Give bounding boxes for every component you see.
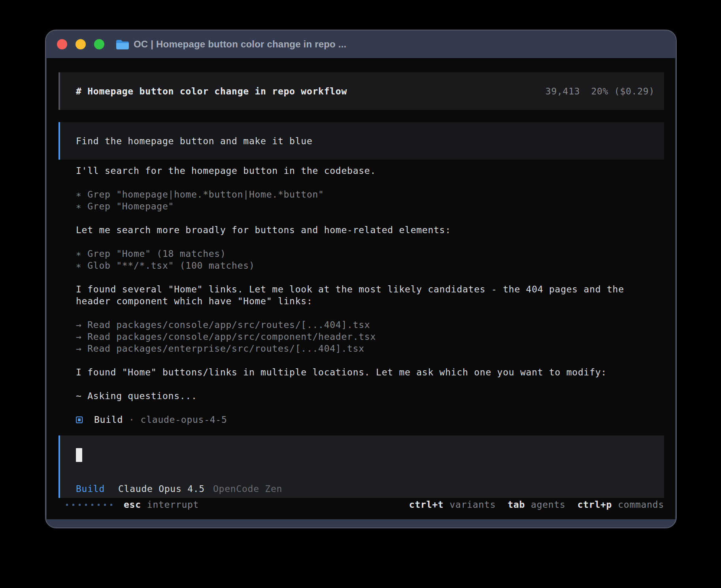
transcript-line xyxy=(76,307,624,319)
folder-icon xyxy=(115,39,129,50)
minimize-button[interactable] xyxy=(75,39,86,49)
zoom-button[interactable] xyxy=(94,39,104,49)
app-window: OC | Homepage button color change in rep… xyxy=(45,30,677,528)
session-stats: 39,413 20% ($0.29) xyxy=(545,85,655,97)
input-model-label: Claude Opus 4.5 xyxy=(118,483,205,495)
transcript-line: → Read packages/console/app/src/componen… xyxy=(76,331,624,343)
agent-status-line: Build · claude-opus-4-5 xyxy=(76,414,227,426)
transcript-line: I found several "Home" links. Let me loo… xyxy=(76,283,624,295)
agent-build-icon xyxy=(76,416,83,423)
status-bar-right: ctrl+tvariantstabagentsctrl+pcommands xyxy=(409,499,664,511)
transcript-line: ~ Asking questions... xyxy=(76,390,624,402)
transcript-line xyxy=(76,236,624,248)
session-header: # Homepage button color change in repo w… xyxy=(59,72,664,110)
transcript-line: → Read packages/console/app/src/routes/[… xyxy=(76,319,624,331)
terminal-view: # Homepage button color change in repo w… xyxy=(47,58,675,519)
transcript-line: ∗ Grep "homepage|home.*button|Home.*butt… xyxy=(76,188,624,200)
status-separator: · xyxy=(129,414,135,426)
input-status-row: Build Claude Opus 4.5 OpenCode Zen xyxy=(76,483,655,495)
token-count: 39,413 xyxy=(545,85,580,97)
session-title: # Homepage button color change in repo w… xyxy=(76,85,347,97)
close-button[interactable] xyxy=(57,39,67,49)
text-cursor xyxy=(76,448,82,462)
user-message: Find the homepage button and make it blu… xyxy=(59,122,664,160)
input-agent-label: Build xyxy=(76,483,105,495)
transcript-line: ∗ Glob "**/*.tsx" (100 matches) xyxy=(76,260,624,271)
spinner-dots xyxy=(66,504,112,506)
transcript-line xyxy=(76,212,624,224)
keyboard-hint: ctrl+tvariants xyxy=(409,499,496,511)
status-bar: escinterrupt ctrl+tvariantstabagentsctrl… xyxy=(59,498,664,511)
transcript-line: I found "Home" buttons/links in multiple… xyxy=(76,366,624,378)
agent-name: Build xyxy=(94,414,123,426)
transcript-line xyxy=(76,271,624,283)
spinner-dot xyxy=(98,504,100,506)
spinner-dot xyxy=(104,504,106,506)
keyboard-hint: ctrl+pcommands xyxy=(578,499,664,511)
transcript-line: ∗ Grep "Home" (18 matches) xyxy=(76,248,624,260)
keyboard-hint: tabagents xyxy=(508,499,565,511)
spinner-dot xyxy=(85,504,87,506)
spinner-dot xyxy=(91,504,93,506)
keyboard-hint: escinterrupt xyxy=(124,499,199,511)
spinner-dot xyxy=(79,504,81,506)
model-name: claude-opus-4-5 xyxy=(141,414,227,426)
status-bar-left: escinterrupt xyxy=(59,499,199,511)
spinner-dot xyxy=(66,504,68,506)
window-controls xyxy=(57,39,104,49)
transcript-line: Let me search more broadly for buttons a… xyxy=(76,224,624,236)
spinner-dot xyxy=(72,504,74,506)
transcript-line xyxy=(76,177,624,188)
transcript-line xyxy=(76,354,624,366)
prompt-input[interactable]: Build Claude Opus 4.5 OpenCode Zen xyxy=(59,435,664,498)
titlebar[interactable]: OC | Homepage button color change in rep… xyxy=(46,30,676,58)
transcript-line xyxy=(76,378,624,390)
window-title: OC | Homepage button color change in rep… xyxy=(134,39,346,50)
transcript-line: header component which have "Home" links… xyxy=(76,295,624,307)
transcript-line: ∗ Grep "Homepage" xyxy=(76,200,624,212)
input-provider-label: OpenCode Zen xyxy=(213,483,282,495)
user-message-text: Find the homepage button and make it blu… xyxy=(76,135,312,147)
context-usage: 20% ($0.29) xyxy=(591,85,655,97)
transcript: I'll search for the homepage button in t… xyxy=(76,165,624,402)
transcript-line: → Read packages/enterprise/src/routes/[.… xyxy=(76,343,624,354)
transcript-line: I'll search for the homepage button in t… xyxy=(76,165,624,177)
